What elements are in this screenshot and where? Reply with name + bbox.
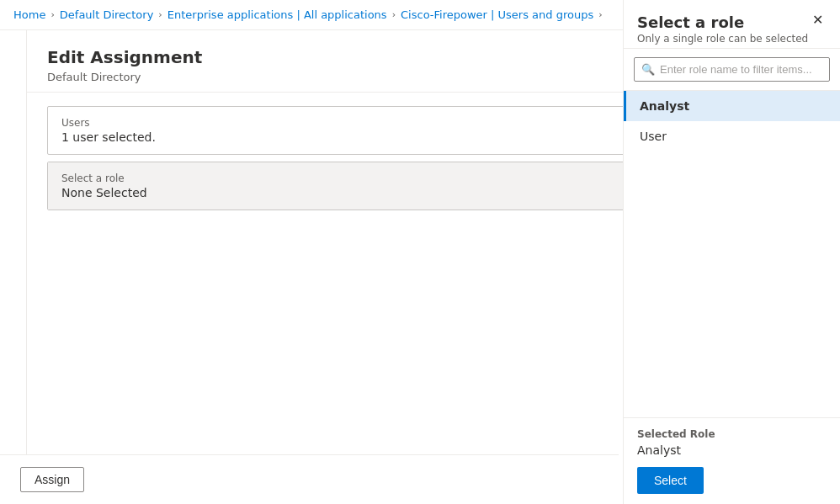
users-value: 1 user selected. [61, 130, 156, 144]
assign-button[interactable]: Assign [20, 467, 84, 492]
breadcrumb-default-dir[interactable]: Default Directory [60, 8, 154, 21]
panel-footer: Selected Role Analyst Select [624, 417, 840, 504]
role-field-content: Select a role None Selected [61, 172, 147, 199]
breadcrumb-enterprise-apps[interactable]: Enterprise applications | All applicatio… [167, 8, 387, 21]
breadcrumb-cisco-firepower[interactable]: Cisco-Firepower | Users and groups [401, 8, 593, 21]
selected-role-label: Selected Role [637, 428, 827, 440]
breadcrumb-sep-2: › [158, 9, 162, 20]
bottom-bar: Assign [0, 454, 619, 504]
role-item-analyst[interactable]: Analyst [624, 91, 840, 121]
main-content: Edit Assignment Default Directory Users … [0, 30, 840, 504]
panel-header: Select a role Only a single role can be … [624, 0, 840, 49]
breadcrumb-sep-4: › [598, 9, 602, 20]
users-label: Users [61, 117, 156, 129]
role-search-input[interactable] [660, 63, 822, 76]
role-list: Analyst User [624, 91, 840, 417]
breadcrumb-home[interactable]: Home [13, 8, 45, 21]
breadcrumb-sep-3: › [392, 9, 396, 20]
panel-subtitle: Only a single role can be selected [637, 33, 808, 45]
search-icon: 🔍 [641, 63, 655, 76]
select-button[interactable]: Select [637, 467, 704, 494]
left-sidebar-strip [0, 30, 27, 504]
right-panel: Select a role Only a single role can be … [623, 0, 840, 504]
role-label: Select a role [61, 172, 147, 184]
panel-title-block: Select a role Only a single role can be … [637, 13, 808, 45]
selected-role-value: Analyst [637, 443, 827, 457]
role-item-user[interactable]: User [624, 121, 840, 151]
close-panel-button[interactable]: ✕ [809, 13, 827, 27]
users-field-content: Users 1 user selected. [61, 117, 156, 144]
role-value: None Selected [61, 186, 147, 199]
search-box: 🔍 [634, 57, 830, 82]
breadcrumb-sep-1: › [51, 9, 54, 20]
panel-title: Select a role [637, 13, 808, 31]
search-box-wrapper: 🔍 [624, 49, 840, 91]
